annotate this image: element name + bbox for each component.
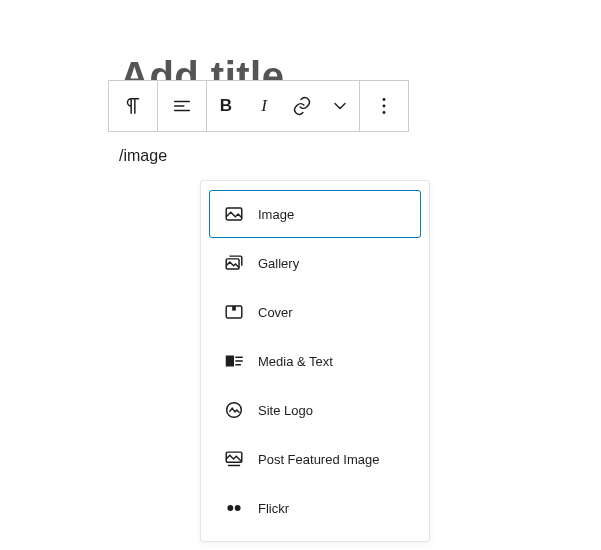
gallery-icon — [222, 251, 246, 275]
inserter-option-featured-image[interactable]: Post Featured Image — [209, 435, 421, 483]
block-toolbar: B I — [108, 80, 409, 132]
featured-image-icon — [222, 447, 246, 471]
inserter-option-cover[interactable]: Cover — [209, 288, 421, 336]
inserter-option-label: Image — [258, 207, 410, 222]
link-button[interactable] — [283, 82, 321, 130]
image-icon — [222, 202, 246, 226]
slash-command-input[interactable]: /image — [119, 147, 167, 165]
inserter-option-site-logo[interactable]: Site Logo — [209, 386, 421, 434]
italic-button[interactable]: I — [245, 82, 283, 130]
inserter-option-media-text[interactable]: Media & Text — [209, 337, 421, 385]
toolbar-group-align — [158, 81, 207, 131]
chevron-down-icon — [330, 96, 350, 116]
flickr-icon — [222, 496, 246, 520]
block-inserter-popover: Image Gallery Cover — [200, 180, 430, 542]
inserter-option-label: Media & Text — [258, 354, 410, 369]
svg-point-1 — [383, 105, 386, 108]
media-text-icon — [222, 349, 246, 373]
more-vertical-icon — [373, 95, 395, 117]
inserter-option-flickr[interactable]: Flickr — [209, 484, 421, 532]
pilcrow-icon — [122, 95, 144, 117]
toolbar-group-options — [360, 81, 408, 131]
bold-button[interactable]: B — [207, 82, 245, 130]
italic-icon: I — [261, 96, 267, 116]
svg-rect-6 — [232, 306, 236, 311]
link-icon — [291, 95, 313, 117]
svg-point-2 — [383, 111, 386, 114]
paragraph-button[interactable] — [109, 82, 157, 130]
bold-icon: B — [220, 96, 232, 116]
inserter-option-image[interactable]: Image — [209, 190, 421, 238]
toolbar-group-block-type — [109, 81, 158, 131]
align-button[interactable] — [158, 82, 206, 130]
inserter-option-label: Gallery — [258, 256, 410, 271]
svg-point-0 — [383, 98, 386, 101]
inserter-option-label: Flickr — [258, 501, 410, 516]
svg-point-10 — [227, 505, 233, 511]
inserter-option-label: Post Featured Image — [258, 452, 410, 467]
inserter-option-label: Cover — [258, 305, 410, 320]
svg-point-11 — [235, 505, 241, 511]
inserter-option-gallery[interactable]: Gallery — [209, 239, 421, 287]
align-left-icon — [171, 95, 193, 117]
inserter-option-label: Site Logo — [258, 403, 410, 418]
site-logo-icon — [222, 398, 246, 422]
options-button[interactable] — [360, 82, 408, 130]
svg-rect-7 — [226, 356, 234, 367]
cover-icon — [222, 300, 246, 324]
toolbar-group-inline: B I — [207, 81, 360, 131]
more-inline-button[interactable] — [321, 82, 359, 130]
